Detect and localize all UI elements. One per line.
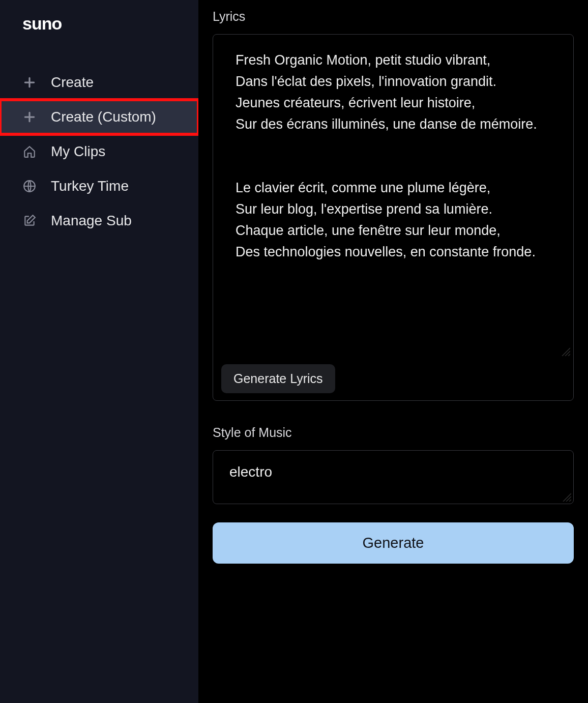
sidebar-item-manage-sub[interactable]: Manage Sub	[0, 203, 198, 238]
sidebar-item-create-custom[interactable]: Create (Custom)	[0, 100, 198, 134]
sidebar-item-create[interactable]: Create	[0, 65, 198, 100]
suno-logo-icon: suno	[22, 14, 83, 34]
globe-icon	[22, 179, 37, 193]
style-input[interactable]	[213, 451, 573, 502]
sidebar-item-label: Create (Custom)	[51, 109, 156, 125]
sidebar: suno Create Create (Custom) My Clips T	[0, 0, 198, 703]
lyrics-container: Generate Lyrics	[213, 34, 574, 401]
app-logo: suno	[0, 14, 198, 65]
generate-button[interactable]: Generate	[213, 522, 574, 564]
home-icon	[22, 144, 37, 159]
lyrics-input[interactable]	[213, 35, 573, 346]
resize-handle-icon[interactable]	[561, 491, 571, 502]
main-panel: Lyrics Generate Lyrics Style of Music Ge…	[198, 0, 588, 703]
sidebar-item-label: Manage Sub	[51, 213, 132, 229]
sidebar-item-label: Turkey Time	[51, 178, 129, 194]
style-container	[213, 450, 574, 504]
generate-lyrics-button[interactable]: Generate Lyrics	[221, 364, 335, 393]
svg-text:suno: suno	[22, 14, 62, 33]
resize-handle-icon[interactable]	[560, 346, 570, 356]
lyrics-label: Lyrics	[213, 9, 574, 24]
edit-icon	[22, 214, 37, 228]
sidebar-item-label: My Clips	[51, 143, 105, 160]
style-label: Style of Music	[213, 425, 574, 440]
sidebar-item-turkey-time[interactable]: Turkey Time	[0, 169, 198, 203]
sidebar-item-my-clips[interactable]: My Clips	[0, 134, 198, 169]
plus-icon	[22, 110, 37, 124]
sidebar-nav: Create Create (Custom) My Clips Turkey T…	[0, 65, 198, 238]
sidebar-item-label: Create	[51, 74, 94, 91]
plus-icon	[22, 75, 37, 90]
